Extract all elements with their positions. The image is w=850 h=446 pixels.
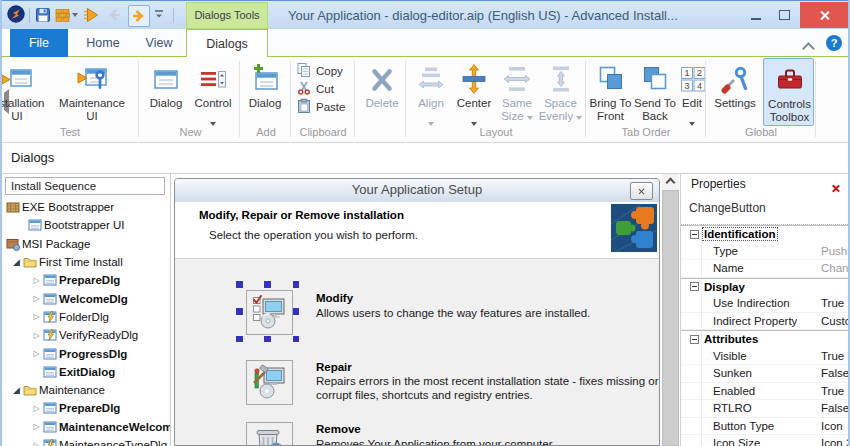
modify-icon: [250, 291, 290, 335]
add-dialog-button[interactable]: Dialog: [242, 59, 288, 110]
build-icon[interactable]: [55, 7, 71, 23]
tree-item-exe-bootstrapper[interactable]: EXE Bootstrapper: [2, 198, 170, 216]
delete-button[interactable]: Delete: [358, 59, 406, 110]
maximize-button[interactable]: [770, 2, 798, 28]
new-dialog-button[interactable]: Dialog: [143, 59, 189, 110]
paste-button[interactable]: Paste: [296, 98, 345, 116]
same-size-button[interactable]: Same Size: [496, 59, 538, 123]
tab-file[interactable]: File: [10, 29, 68, 57]
scrollbar-thumb[interactable]: [662, 190, 679, 446]
tree-item-first-time-install[interactable]: ◢First Time Install: [2, 253, 170, 271]
property-row-indirect-property[interactable]: Indirect PropertyCustom: [681, 313, 848, 331]
property-row-visible[interactable]: VisibleTrue: [681, 348, 848, 366]
bring-to-front-button[interactable]: Bring To Front: [588, 59, 633, 123]
tab-dialogs[interactable]: Dialogs: [186, 29, 268, 57]
tree-item-exitdialog[interactable]: ExitDialog: [2, 363, 170, 381]
property-row-name[interactable]: NameChangeButton: [681, 260, 848, 278]
modify-button-control[interactable]: [246, 290, 293, 335]
property-row-sunken[interactable]: SunkenFalse: [681, 365, 848, 383]
align-button[interactable]: Align: [410, 59, 452, 130]
svg-text:2: 2: [697, 68, 702, 78]
tree-item-bootstrapper-ui[interactable]: Bootstrapper UI: [2, 216, 170, 234]
send-to-back-button[interactable]: Send To Back: [634, 59, 676, 123]
property-row-rtlro[interactable]: RTLROFalse: [681, 400, 848, 418]
tree-item-welcomedlg[interactable]: ▷WelcomeDlg: [2, 289, 170, 307]
scroll-up-icon[interactable]: [662, 174, 679, 190]
property-group-attributes[interactable]: Attributes: [681, 330, 848, 348]
test-maintenance-ui-button[interactable]: Maintenance UI: [50, 59, 134, 123]
cut-button[interactable]: Cut: [296, 80, 334, 98]
tree-item-maintenancewelcomedlg[interactable]: ▷MaintenanceWelcomeDlg: [2, 418, 170, 436]
build-dropdown-caret-icon[interactable]: [72, 13, 78, 17]
same-size-icon: [496, 59, 538, 95]
tree-item-preparedlg[interactable]: ▷PrepareDlg: [2, 271, 170, 289]
modify-option-desc[interactable]: Allows users to change the way features …: [316, 307, 660, 321]
repair-button-control[interactable]: [246, 360, 293, 405]
contextual-tab-group[interactable]: Dialogs Tools: [186, 2, 268, 29]
property-row-enabled[interactable]: EnabledTrue: [681, 383, 848, 401]
test-installation-ui-button[interactable]: Installation UI: [2, 59, 48, 123]
remove-button-control[interactable]: [246, 422, 293, 446]
tree-item-folderdlg[interactable]: ▷FolderDlg: [2, 308, 170, 326]
expander-open-icon[interactable]: ◢: [10, 257, 23, 267]
center-button[interactable]: Center: [453, 59, 495, 130]
property-row-icon-size[interactable]: Icon SizeIcon 32: [681, 435, 848, 446]
tree-item-msi-package[interactable]: MSI Package: [2, 235, 170, 253]
preview-close-button[interactable]: [630, 182, 653, 200]
expander-closed-icon[interactable]: ▷: [30, 331, 43, 340]
preview-header-subtitle[interactable]: Select the operation you wish to perform…: [209, 229, 418, 241]
forward-icon[interactable]: [128, 5, 150, 27]
expander-closed-icon[interactable]: ▷: [30, 312, 43, 321]
collapse-group-icon[interactable]: [690, 230, 699, 239]
controls-toolbox-button[interactable]: Controls Toolbox: [763, 58, 814, 126]
collapse-group-icon[interactable]: [690, 335, 699, 344]
remove-option-title[interactable]: Remove: [316, 423, 361, 435]
expander-closed-icon[interactable]: ▷: [30, 349, 43, 358]
save-icon[interactable]: [35, 7, 51, 23]
app-logo-icon[interactable]: [7, 5, 25, 23]
tab-view[interactable]: View: [134, 29, 184, 57]
minimize-button[interactable]: [742, 2, 769, 28]
back-icon[interactable]: [106, 7, 122, 23]
remove-option-desc[interactable]: Removes Your Application from your compu…: [316, 438, 660, 446]
new-control-button[interactable]: Control: [190, 59, 236, 130]
copy-button[interactable]: Copy: [296, 62, 343, 80]
settings-icon: [709, 59, 761, 95]
edit-tab-order-button[interactable]: 1234 Edit: [677, 59, 707, 130]
control-icon: [190, 59, 236, 95]
help-icon[interactable]: ?: [826, 35, 842, 51]
expander-closed-icon[interactable]: ▷: [30, 294, 43, 303]
property-group-identification[interactable]: Identification: [681, 225, 848, 243]
expander-closed-icon[interactable]: ▷: [30, 276, 43, 285]
run-icon[interactable]: [82, 6, 100, 24]
tree-item-preparedlg-2[interactable]: ▷PrepareDlg: [2, 399, 170, 417]
expander-closed-icon[interactable]: ▷: [30, 404, 43, 413]
setup-logo-icon[interactable]: [611, 204, 657, 256]
close-button[interactable]: [800, 2, 848, 28]
repair-option-desc[interactable]: Repairs errors in the most recent instal…: [316, 375, 660, 402]
tree-item-maintenance[interactable]: ◢Maintenance: [2, 381, 170, 399]
expander-closed-icon[interactable]: ▷: [30, 422, 43, 431]
qat-customize-icon[interactable]: [153, 7, 165, 21]
tree-item-verifyreadydlg[interactable]: ▷VerifyReadyDlg: [2, 326, 170, 344]
tree-item-progressdlg[interactable]: ▷ProgressDlg: [2, 344, 170, 362]
property-group-display[interactable]: Display: [681, 278, 848, 296]
property-row-type[interactable]: TypePushButton: [681, 243, 848, 261]
expander-closed-icon[interactable]: ▷: [30, 441, 43, 446]
collapse-ribbon-icon[interactable]: [804, 39, 813, 57]
property-row-use-indirection[interactable]: Use IndirectionTrue: [681, 295, 848, 313]
tab-home[interactable]: Home: [75, 29, 131, 57]
modify-option-title[interactable]: Modify: [316, 292, 353, 304]
preview-dialog-titlebar[interactable]: Your Application Setup: [175, 179, 659, 203]
preview-header-title[interactable]: Modify, Repair or Remove installation: [199, 209, 404, 221]
preview-scrollbar[interactable]: [662, 174, 679, 446]
space-evenly-button[interactable]: Space Evenly: [538, 59, 583, 123]
add-dialog-icon: [242, 59, 288, 95]
expander-open-icon[interactable]: ◢: [10, 385, 23, 395]
tree-item-maintenancetypedlg[interactable]: ▷MaintenanceTypeDlg: [2, 436, 170, 446]
property-row-button-type[interactable]: Button TypeIcon: [681, 418, 848, 436]
settings-button[interactable]: Settings: [709, 59, 761, 110]
collapse-group-icon[interactable]: [690, 282, 699, 291]
tree-header[interactable]: Install Sequence: [5, 177, 165, 195]
repair-option-title[interactable]: Repair: [316, 361, 352, 373]
